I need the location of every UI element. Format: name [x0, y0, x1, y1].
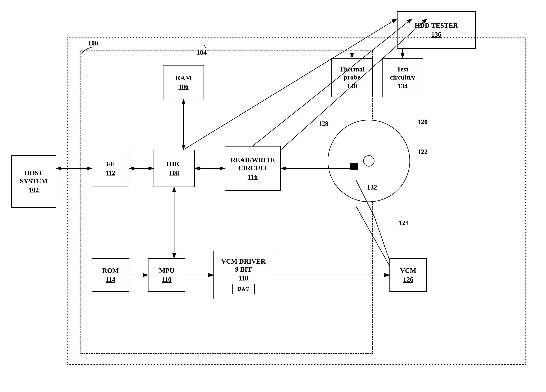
ram-label: RAM [176, 74, 192, 82]
ref-124: 124 [399, 219, 409, 227]
rom-box: ROM 114 [92, 258, 129, 292]
host-system-box: HOST SYSTEM 102 [11, 155, 56, 208]
mpu-label: MPU [159, 267, 174, 275]
thermal-probe-label: Thermal probe [339, 65, 364, 81]
test-circuitry-label: Test circuitry [390, 65, 415, 81]
vcm-label: VCM [400, 267, 416, 275]
ref-120: 120 [417, 118, 428, 126]
rw-circuit-box: READ/WRITE CIRCUIT 116 [225, 146, 281, 191]
host-system-label: HOST SYSTEM [20, 169, 48, 185]
if-label: I/F [106, 160, 115, 168]
test-circuitry-box: Test circuitry 134 [382, 58, 423, 97]
hdc-num: 108 [169, 169, 179, 177]
vcm-driver-box: VCM DRIVER 9 BIT 118 DAC [214, 251, 273, 299]
ref-128: 128 [318, 120, 328, 128]
if-num: 112 [106, 169, 115, 177]
rom-num: 114 [106, 276, 115, 283]
hdd-tester-label: HDD TESTER [415, 21, 458, 30]
thermal-probe-box: Thermal probe 130 [332, 58, 373, 97]
vcm-driver-label: VCM DRIVER 9 BIT [221, 257, 266, 274]
rw-label: READ/WRITE CIRCUIT [231, 156, 275, 172]
dac-label: DAC [238, 286, 249, 292]
ref-100: 100 [88, 39, 98, 47]
if-box: I/F 112 [92, 150, 129, 187]
hdc-label: HDC [167, 160, 182, 168]
diagram: HDD TESTER 136 HOST SYSTEM 102 RAM 106 I… [0, 0, 546, 392]
rw-num: 116 [248, 173, 258, 181]
ref-122: 122 [417, 148, 428, 156]
ram-num: 106 [178, 83, 188, 91]
ref-104: 104 [197, 49, 207, 57]
spindle [363, 155, 375, 167]
vcm-num: 126 [403, 276, 413, 283]
dac-box: DAC [232, 284, 255, 294]
mpu-box: MPU 110 [148, 258, 185, 292]
vcm-box: VCM 126 [390, 258, 427, 292]
ref-132: 132 [367, 183, 377, 191]
thermal-probe-num: 130 [347, 82, 357, 90]
inner-boundary [80, 51, 373, 354]
hdc-box: HDC 108 [154, 150, 195, 187]
test-circuitry-num: 134 [397, 82, 408, 90]
mpu-num: 110 [162, 276, 171, 283]
vcm-driver-num: 118 [239, 274, 248, 282]
hdd-tester-num: 136 [431, 31, 441, 38]
rom-label: ROM [102, 267, 119, 275]
ram-box: RAM 106 [163, 65, 204, 99]
rw-head [350, 163, 358, 170]
host-system-num: 102 [29, 186, 39, 194]
